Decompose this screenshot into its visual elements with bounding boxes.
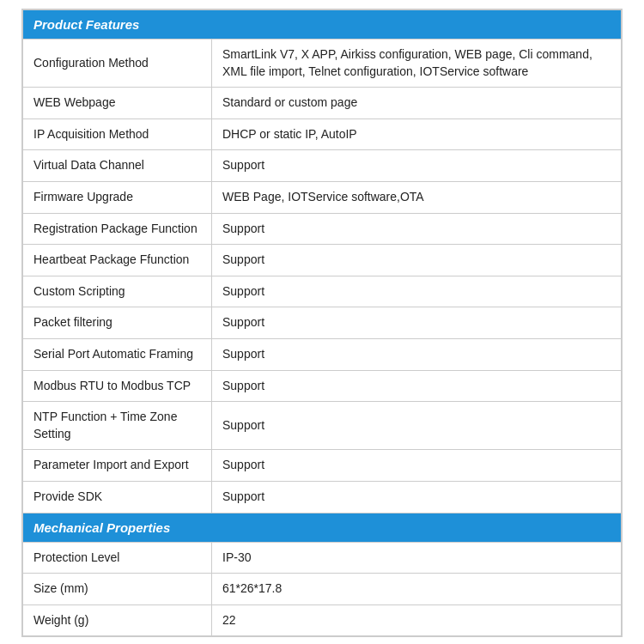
table-row: Protection LevelIP-30 [23,542,622,574]
row-value: Support [212,481,622,513]
row-label: Size (mm) [23,574,212,605]
table-row: WEB WebpageStandard or custom page [23,88,622,119]
row-label: Heartbeat Package Ffunction [23,245,212,276]
row-value: Support [212,402,622,450]
row-value: Support [212,370,622,402]
table-row: Size (mm)61*26*17.8 [23,574,622,605]
row-label: Configuration Method [23,39,212,88]
row-value: Support [212,245,622,276]
row-label: Custom Scripting [23,276,212,307]
row-label: Weight (g) [23,605,212,636]
row-label: Virtual Data Channel [23,150,212,182]
row-value: Support [212,450,622,482]
row-value: Standard or custom page [212,88,622,119]
row-value: 22 [212,605,622,636]
row-label: WEB Webpage [23,88,212,119]
table-row: Serial Port Automatic FramingSupport [23,338,622,370]
row-label: Provide SDK [23,481,212,513]
row-value: IP-30 [212,542,622,574]
row-label: Registration Package Function [23,213,212,245]
table-row: IP Acquisition MethodDHCP or static IP, … [23,118,622,150]
table-row: Provide SDKSupport [23,481,622,513]
row-value: Support [212,276,622,307]
row-label: Serial Port Automatic Framing [23,338,212,370]
section-header-row: Mechanical Properties [23,513,622,542]
row-value: Support [212,338,622,370]
table-row: Modbus RTU to Modbus TCPSupport [23,370,622,402]
section-header-cell: Mechanical Properties [23,513,622,542]
row-value: WEB Page, IOTService software,OTA [212,181,622,213]
row-label: Protection Level [23,542,212,574]
table-row: Weight (g)22 [23,605,622,636]
table-row: Firmware UpgradeWEB Page, IOTService sof… [23,181,622,213]
row-label: Firmware Upgrade [23,181,212,213]
row-value: DHCP or static IP, AutoIP [212,118,622,150]
row-value: Support [212,213,622,245]
table-row: Configuration MethodSmartLink V7, X APP,… [23,39,622,88]
section-header-row: Product Features [23,10,622,39]
table-row: Registration Package FunctionSupport [23,213,622,245]
table-row: NTP Function + Time Zone SettingSupport [23,402,622,450]
table-row: Heartbeat Package FfunctionSupport [23,245,622,276]
product-features-table: Product FeaturesConfiguration MethodSmar… [21,9,623,637]
row-label: NTP Function + Time Zone Setting [23,402,212,450]
row-value: Support [212,150,622,182]
row-value: 61*26*17.8 [212,574,622,605]
table-row: Parameter Import and ExportSupport [23,450,622,482]
row-value: Support [212,307,622,339]
table-row: Virtual Data ChannelSupport [23,150,622,182]
row-value: SmartLink V7, X APP, Airkiss configurati… [212,39,622,88]
row-label: Modbus RTU to Modbus TCP [23,370,212,402]
table-row: Custom ScriptingSupport [23,276,622,307]
row-label: Parameter Import and Export [23,450,212,482]
row-label: IP Acquisition Method [23,118,212,150]
table-row: Packet filteringSupport [23,307,622,339]
row-label: Packet filtering [23,307,212,339]
section-header-cell: Product Features [23,10,622,39]
